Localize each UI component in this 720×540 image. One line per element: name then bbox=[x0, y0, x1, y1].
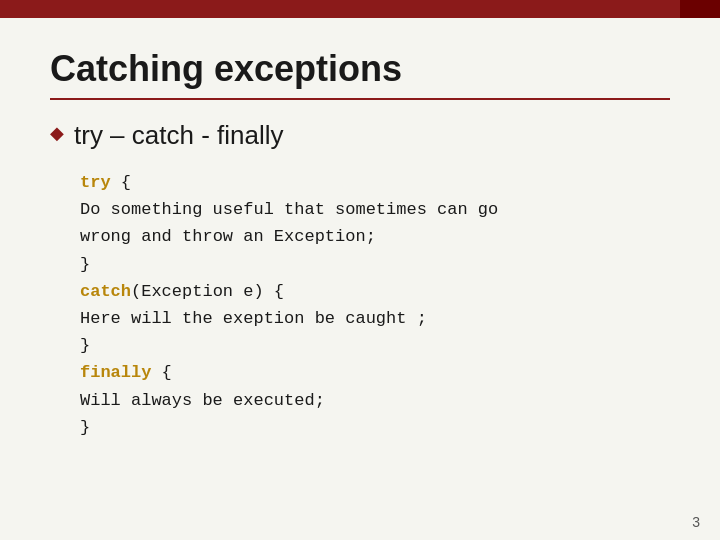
code-line9-text: Will always be executed; bbox=[80, 391, 325, 410]
code-line6-post: exeption be caught ; bbox=[213, 309, 427, 328]
code-line1-rest: { bbox=[111, 173, 131, 192]
top-bar-accent bbox=[680, 0, 720, 18]
keyword-the: the bbox=[182, 309, 213, 328]
keyword-throw: throw bbox=[182, 227, 233, 246]
code-line3-pre: wrong bbox=[80, 227, 141, 246]
bullet-section: ◆ try – catch - finally bbox=[50, 120, 670, 151]
code-line-8: finally { bbox=[80, 359, 670, 386]
code-line-4: } bbox=[80, 251, 670, 278]
keyword-and: and bbox=[141, 227, 172, 246]
keyword-catch: catch bbox=[80, 282, 131, 301]
code-line-9: Will always be executed; bbox=[80, 387, 670, 414]
code-line-7: } bbox=[80, 332, 670, 359]
code-line7-text: } bbox=[80, 336, 90, 355]
code-line3-post: an Exception; bbox=[233, 227, 376, 246]
code-line3-mid bbox=[172, 227, 182, 246]
keyword-try: try bbox=[80, 173, 111, 192]
bullet-diamond-icon: ◆ bbox=[50, 122, 64, 144]
code-line-1: try { bbox=[80, 169, 670, 196]
top-bar bbox=[0, 0, 720, 18]
code-line4-text: } bbox=[80, 255, 90, 274]
title-underline bbox=[50, 98, 670, 100]
bullet-label: try – catch - finally bbox=[74, 120, 284, 151]
code-line10-text: } bbox=[80, 418, 90, 437]
code-block: try { Do something useful that sometimes… bbox=[80, 169, 670, 441]
slide-container: Catching exceptions ◆ try – catch - fina… bbox=[0, 18, 720, 461]
code-line8-rest: { bbox=[151, 363, 171, 382]
code-line-3: wrong and throw an Exception; bbox=[80, 223, 670, 250]
code-line-6: Here will the exeption be caught ; bbox=[80, 305, 670, 332]
code-line-10: } bbox=[80, 414, 670, 441]
code-line-2: Do something useful that sometimes can g… bbox=[80, 196, 670, 223]
code-line6-pre: Here will bbox=[80, 309, 182, 328]
code-line5-rest: (Exception e) { bbox=[131, 282, 284, 301]
code-line2-text: Do something useful that sometimes can g… bbox=[80, 200, 498, 219]
code-line-5: catch(Exception e) { bbox=[80, 278, 670, 305]
page-number: 3 bbox=[692, 514, 700, 530]
keyword-finally: finally bbox=[80, 363, 151, 382]
slide-title: Catching exceptions bbox=[50, 48, 670, 90]
